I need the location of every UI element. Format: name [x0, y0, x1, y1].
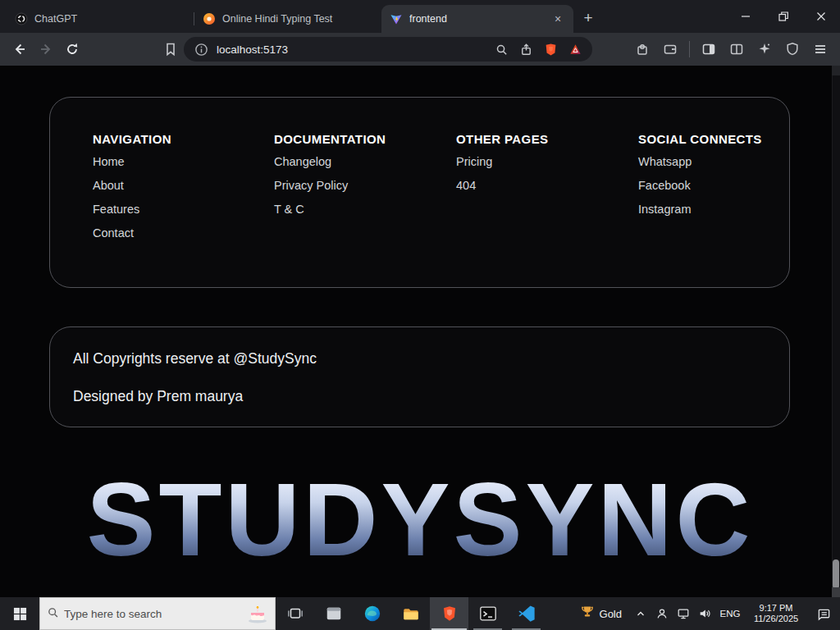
system-tray: Gold ENG 9:17 PM 11/26/2025: [572, 597, 840, 630]
scroll-up-arrow[interactable]: [832, 66, 840, 75]
site-info-icon[interactable]: [192, 40, 210, 58]
window-controls: [727, 0, 840, 33]
footer-link-facebook[interactable]: Facebook: [638, 179, 802, 194]
footer-column-navigation: NAVIGATION Home About Features Contact: [93, 132, 257, 241]
chatgpt-favicon-icon: [15, 12, 28, 25]
hindi-typing-favicon-icon: [203, 12, 216, 25]
menu-button[interactable]: [807, 36, 833, 62]
column-heading: SOCIAL CONNECTS: [638, 132, 802, 146]
gold-trophy-icon: [580, 605, 595, 623]
minimize-button[interactable]: [727, 0, 765, 33]
scrollbar-thumb[interactable]: [833, 559, 839, 589]
copyright-line: All Copyrights reserve at @StudySync: [73, 350, 317, 368]
restore-button[interactable]: [765, 0, 802, 33]
url-text[interactable]: localhost:5173: [217, 43, 486, 56]
footer-column-social: SOCIAL CONNECTS Whatsapp Facebook Instag…: [638, 132, 802, 217]
task-view-button[interactable]: [276, 597, 314, 630]
clock-time: 9:17 PM: [745, 603, 807, 614]
tab-frontend-active[interactable]: frontend ×: [381, 5, 573, 33]
footer-links-card: NAVIGATION Home About Features Contact D…: [49, 97, 790, 288]
edge-browser-icon[interactable]: [353, 597, 391, 630]
tab-title: frontend: [409, 13, 544, 25]
designer-credit-line: Designed by Prem maurya: [73, 388, 243, 405]
toolbar-divider: [689, 41, 690, 57]
vscode-icon[interactable]: [507, 597, 546, 630]
scroll-down-arrow[interactable]: [832, 587, 840, 597]
clock-date: 11/26/2025: [745, 614, 807, 624]
footer-link-instagram[interactable]: Instagram: [638, 203, 802, 217]
taskbar-search-input[interactable]: [64, 608, 195, 620]
split-view-icon[interactable]: [724, 36, 750, 62]
bookmark-icon[interactable]: [158, 36, 184, 62]
language-indicator[interactable]: ENG: [715, 609, 745, 619]
footer-link-features[interactable]: Features: [93, 203, 257, 217]
share-icon[interactable]: [517, 40, 535, 58]
file-explorer-icon[interactable]: [391, 597, 430, 630]
page-content: NAVIGATION Home About Features Contact D…: [0, 66, 840, 597]
windows-taskbar: Gold ENG 9:17 PM 11/26/2025: [0, 597, 840, 630]
brave-rewards-icon[interactable]: [566, 40, 584, 58]
extensions-icon[interactable]: [629, 36, 655, 62]
leo-ai-icon[interactable]: [751, 36, 778, 62]
tab-hindi-typing-test[interactable]: Online Hindi Typing Test: [194, 5, 381, 33]
footer-link-404[interactable]: 404: [456, 179, 620, 194]
terminal-icon[interactable]: [468, 597, 507, 630]
vpn-shield-icon[interactable]: [779, 36, 806, 62]
brand-wordmark: STUDYSYNC: [0, 466, 840, 574]
sidebar-toggle-icon[interactable]: [696, 36, 722, 62]
browser-toolbar: localhost:5173: [0, 33, 840, 66]
action-center-icon[interactable]: [807, 597, 840, 630]
column-heading: OTHER PAGES: [456, 132, 620, 146]
footer-link-contact[interactable]: Contact: [93, 226, 257, 241]
forward-button-disabled[interactable]: [33, 36, 59, 62]
close-window-button[interactable]: [802, 0, 840, 33]
brave-shields-icon[interactable]: [541, 40, 559, 58]
footer-column-other-pages: OTHER PAGES Pricing 404: [456, 132, 620, 194]
network-icon[interactable]: [673, 597, 694, 630]
desktop-screen: ChatGPT Online Hindi Typing Test fronten…: [0, 0, 840, 630]
footer-column-documentation: DOCUMENTATION Changelog Privacy Policy T…: [274, 132, 438, 217]
taskbar-search-icon: [47, 606, 59, 622]
copyright-card: All Copyrights reserve at @StudySync Des…: [49, 326, 790, 427]
start-button[interactable]: [0, 597, 39, 630]
search-icon[interactable]: [492, 40, 510, 58]
brave-browser-taskbar-icon[interactable]: [430, 597, 468, 630]
footer-link-whatsapp[interactable]: Whatsapp: [638, 155, 802, 170]
browser-tab-strip: ChatGPT Online Hindi Typing Test fronten…: [0, 0, 840, 33]
column-heading: NAVIGATION: [93, 132, 257, 146]
footer-link-pricing[interactable]: Pricing: [456, 155, 620, 170]
tab-title: Online Hindi Typing Test: [222, 13, 373, 25]
column-heading: DOCUMENTATION: [274, 132, 438, 146]
show-hidden-icons-chevron[interactable]: [630, 597, 651, 630]
footer-link-home[interactable]: Home: [93, 155, 257, 170]
reload-button[interactable]: [59, 36, 85, 62]
gold-label: Gold: [600, 608, 622, 620]
tab-close-button[interactable]: ×: [550, 11, 565, 26]
wallet-icon[interactable]: [657, 36, 683, 62]
footer-link-terms[interactable]: T & C: [274, 203, 438, 217]
search-highlight-cake-icon[interactable]: [247, 604, 268, 628]
pinned-app-window-icon[interactable]: [314, 597, 353, 630]
taskbar-search-box[interactable]: [39, 597, 276, 630]
page-scrollbar[interactable]: [832, 66, 840, 597]
footer-link-privacy-policy[interactable]: Privacy Policy: [274, 179, 438, 194]
volume-icon[interactable]: [694, 597, 715, 630]
address-bar[interactable]: localhost:5173: [184, 37, 592, 62]
footer-link-changelog[interactable]: Changelog: [274, 155, 438, 170]
toolbar-right-icons: [629, 36, 833, 62]
taskbar-clock[interactable]: 9:17 PM 11/26/2025: [745, 603, 807, 624]
vite-favicon-icon: [390, 12, 403, 25]
gold-badge[interactable]: Gold: [572, 605, 630, 623]
footer-link-about[interactable]: About: [93, 179, 257, 194]
tab-title: ChatGPT: [34, 13, 185, 25]
tab-chatgpt[interactable]: ChatGPT: [7, 5, 194, 33]
new-tab-button[interactable]: +: [577, 7, 600, 30]
people-tray-icon[interactable]: [651, 597, 673, 630]
back-button[interactable]: [7, 36, 33, 62]
